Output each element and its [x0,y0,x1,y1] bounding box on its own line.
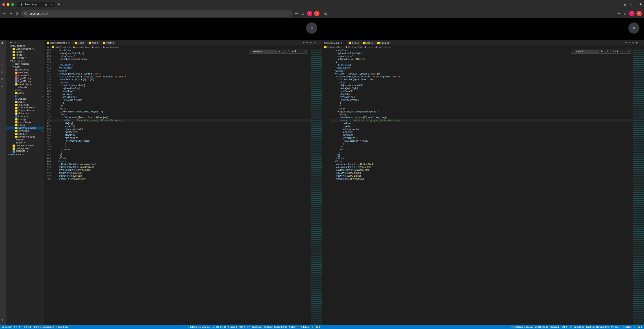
close-tab-icon[interactable]: ✕ [50,3,52,6]
docker-icon[interactable]: ◈ [1,85,5,89]
editor-tab[interactable]: App.js [86,41,101,45]
file-item[interactable]: README.md [6,150,44,153]
problems[interactable]: ⊘0 ⚠2 [24,326,32,328]
indent[interactable]: Spaces: 2 [228,326,237,328]
breadcrumbs[interactable]: MultiVideoChat.js› ⬢MultiVideoChat› ⬢ren… [322,45,644,49]
more-icon[interactable]: ⋯ [318,42,320,44]
file-item[interactable]: heart.svg [6,71,44,74]
folder-server[interactable]: ▾ server [6,89,44,92]
source-control-icon[interactable]: ⎇ [1,56,5,60]
editor-tab[interactable]: MultiVideoChat.js✕ [322,41,347,45]
editor-tab[interactable]: MultiVideoChat.js✕ [44,41,72,45]
file-item[interactable]: Room.js [6,132,44,135]
maximize-window[interactable] [11,3,14,6]
split-icon[interactable]: ◫ [314,42,316,44]
close-find-icon[interactable]: ✕ [305,50,307,53]
file-item[interactable]: .eslintrc [6,138,44,141]
folder-src[interactable]: ▾ src ● [6,95,44,97]
find-toggle-icon[interactable]: › [250,50,251,53]
editor-tab[interactable]: Like.js [347,41,361,45]
preview-icon[interactable]: 👁 [310,42,312,44]
code-content[interactable]: <IconButton style={closeButtonStyle} col… [52,49,310,325]
browser-tab[interactable]: React App ◉ ✕ [17,2,55,7]
file-item[interactable]: package-lock.json [6,144,44,147]
file-item[interactable]: index.html [6,74,44,77]
file-item[interactable]: logo512.png [6,80,44,83]
file-item[interactable]: Entrance.js [6,112,44,115]
editor-tab[interactable]: App.js [361,41,375,45]
open-editor-item[interactable]: Room.js src [6,56,44,59]
folder-node-modules[interactable]: ▸ node_modules [6,62,44,65]
file-item[interactable]: App.test.js [6,103,44,106]
file-item[interactable]: CustomDrawer.js [6,106,44,109]
minimap[interactable] [310,49,322,325]
file-item[interactable]: .gitignore [6,141,44,144]
go-back-icon[interactable]: ↶ [303,42,304,44]
git-blame[interactable]: ✓ ticktakclock, a day ago [188,326,211,328]
file-item[interactable]: favicon.ico [6,68,44,71]
live-share[interactable]: ↗ Live Share [56,326,68,328]
close-window[interactable] [2,3,5,6]
standard[interactable]: JavaScript Standard Style [264,326,287,328]
file-item[interactable]: index.css [6,115,44,118]
open-editor-item[interactable]: MultiVideoChat.js src [6,48,44,51]
prettier[interactable]: Prettier: ✓ [289,326,298,328]
git-sync[interactable]: ⟳ 0↓ 0↑ [14,326,21,328]
profile-avatar[interactable]: T [307,11,312,16]
find-input[interactable] [252,50,277,53]
debug-icon[interactable]: ▷ [1,63,5,67]
file-item-active[interactable]: MultiVideoChat.js [6,127,44,130]
cursor-pos[interactable]: Ln 430, Col 25 [213,326,226,328]
eol[interactable]: LF [247,326,250,328]
code-content[interactable]: <IconButton style={closeButtonStyle} col… [330,49,633,325]
minimize-window[interactable] [7,3,10,6]
eslint[interactable]: ⚠ ESLint [301,326,309,328]
code-editor[interactable]: › Aa_ab.* 1 of 4 ↑↓≡✕ <IconButton style=… [322,49,644,325]
reload-button[interactable]: ⟳ [15,11,19,16]
forward-button[interactable]: → [8,11,13,16]
close-tab-icon[interactable]: ✕ [630,3,632,7]
case-icon[interactable]: Aa [278,50,281,53]
file-item[interactable]: DragAndDrop.js [6,109,44,112]
file-item[interactable]: robots.txt [6,86,44,89]
bookmark-icon[interactable]: ☆ [301,11,305,16]
open-editor-item[interactable]: App.js src [6,53,44,56]
back-button[interactable]: ← [2,11,7,16]
open-editor-item[interactable]: Like.js src [6,51,44,53]
file-item[interactable]: Like.js [6,124,44,127]
translate-icon[interactable]: ⩸ [294,11,299,16]
file-item[interactable]: serviceWorker.js [6,135,44,138]
settings-icon[interactable]: ⚙ [1,319,5,323]
sync-avatar[interactable]: ⟳ [636,11,642,16]
sync-avatar[interactable]: ⟳ [314,11,320,16]
file-item[interactable]: App.css [6,97,44,100]
file-item[interactable]: app.js [6,92,44,95]
feedback-icon[interactable]: ☺ [312,326,314,328]
file-item[interactable]: logo192.png [6,77,44,80]
breadcrumbs[interactable]: src› MultiVideoChat.js› ⬢MultiVideoChat›… [44,45,322,49]
git-blame[interactable]: ✓ ticktakclock, a day ago [510,326,533,328]
file-item[interactable]: package.json [6,147,44,150]
folder-public[interactable]: ▾ public [6,65,44,68]
file-item[interactable]: MyVideo.js U [6,130,44,132]
minimap[interactable] [633,49,644,325]
translate-icon[interactable]: ⩸ [617,11,621,16]
profile-avatar[interactable]: T [629,11,634,16]
search-icon[interactable]: ⌕ [1,49,5,53]
go-forward-icon[interactable]: ↷ [306,42,308,44]
language[interactable]: JavaScript [252,326,262,328]
close-icon[interactable]: ✕ [68,42,70,44]
word-icon[interactable]: _ab [282,50,286,53]
close-dialog-button[interactable] [628,23,640,34]
npm-scripts-section[interactable]: NPM SCRIPTS [6,153,44,156]
file-item[interactable]: injectStyle.js [6,121,44,124]
open-editors-section[interactable]: OPEN EDITORS [6,45,44,48]
new-tab-button[interactable]: + [639,2,642,7]
explorer-icon[interactable]: 🗎 [1,42,5,46]
code-editor[interactable]: › Aa _ab .* 1 of 4 ↑ ↓ ≡ ✕ 4064074084094… [44,49,322,325]
git-branch[interactable]: ⎇ master* [2,326,12,328]
server-status[interactable]: ▣ Server not selected [34,326,54,328]
url-bar[interactable]: ⓘ localhost:3000 [21,10,293,17]
encoding[interactable]: UTF-8 [240,326,245,328]
file-item[interactable]: index.js [6,118,44,121]
